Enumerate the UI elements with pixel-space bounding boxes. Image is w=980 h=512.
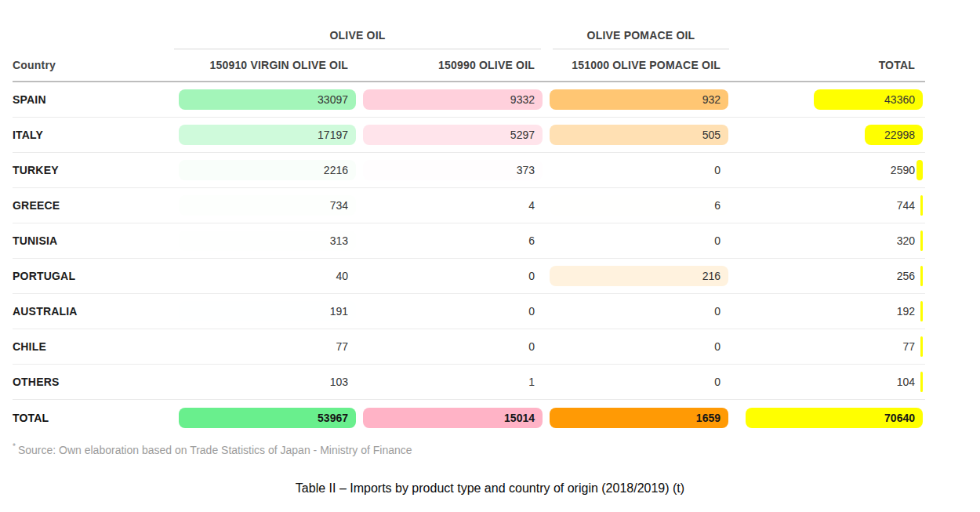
value-virgin: 103 [330, 376, 348, 388]
value-pomace: 6 [714, 199, 720, 212]
value-olive-oil: 6 [528, 234, 535, 247]
value-cell-pomace: 505 [545, 118, 731, 152]
value-total: 320 [897, 234, 915, 247]
data-bar-virgin [179, 336, 356, 357]
source-note-asterisk: * [13, 442, 16, 451]
table-row: SPAIN 33097 9332 932 43360 [13, 82, 925, 118]
value-cell-olive-oil: 15014 [358, 400, 545, 435]
value-total: 104 [897, 376, 915, 388]
data-bar-olive-oil [363, 301, 543, 321]
data-bar-virgin [179, 266, 356, 286]
value-total: 70640 [884, 412, 915, 424]
value-olive-oil: 0 [528, 340, 535, 353]
value-cell-virgin: 77 [174, 329, 358, 364]
value-total: 256 [897, 270, 915, 282]
value-pomace: 1659 [696, 412, 720, 424]
value-total: 2590 [891, 164, 915, 176]
data-bar-olive-oil [363, 160, 543, 180]
table-row: CHILE 77 0 0 77 [13, 329, 925, 365]
value-virgin: 33097 [318, 93, 348, 106]
value-total: 192 [897, 305, 915, 318]
data-bar-total [920, 266, 923, 286]
data-bar-pomace [550, 336, 728, 357]
data-bar-olive-oil [363, 372, 543, 392]
value-cell-pomace: 932 [545, 82, 731, 117]
table-row: GREECE 734 4 6 744 [13, 188, 925, 223]
value-cell-total: 2590 [731, 153, 925, 187]
value-cell-pomace: 0 [545, 365, 731, 399]
column-header-olive-oil: 150990 OLIVE OIL [358, 59, 545, 71]
data-bar-total [920, 231, 923, 251]
country-cell: TURKEY [13, 153, 174, 187]
value-virgin: 40 [336, 270, 348, 282]
value-olive-oil: 373 [517, 164, 535, 176]
value-olive-oil: 15014 [504, 412, 535, 424]
value-cell-pomace: 0 [545, 223, 731, 258]
column-header-total: TOTAL [731, 59, 925, 71]
data-bar-total [916, 160, 923, 180]
data-bar-total [920, 195, 923, 216]
data-bar-pomace [550, 372, 728, 392]
group-header-olive-pomace-oil: OLIVE POMACE OIL [553, 29, 729, 49]
table-row: PORTUGAL 40 0 216 256 [13, 259, 925, 294]
value-total: 22998 [884, 129, 915, 141]
value-pomace: 0 [714, 164, 720, 176]
country-cell: OTHERS [13, 365, 174, 399]
table-row: ITALY 17197 5297 505 22998 [13, 118, 925, 153]
value-pomace: 0 [714, 376, 720, 388]
country-cell: SPAIN [13, 82, 174, 117]
value-virgin: 313 [330, 234, 348, 247]
value-olive-oil: 9332 [510, 93, 535, 106]
table-row: TURKEY 2216 373 0 2590 [13, 153, 925, 188]
value-cell-virgin: 313 [174, 223, 358, 258]
value-olive-oil: 5297 [510, 129, 535, 141]
data-bar-total [920, 301, 923, 321]
value-olive-oil: 0 [528, 270, 535, 282]
source-note-text: Source: Own elaboration based on Trade S… [18, 444, 412, 456]
value-cell-virgin: 53967 [174, 400, 358, 435]
data-bar-total [920, 336, 923, 357]
value-cell-olive-oil: 0 [358, 259, 545, 293]
value-olive-oil: 0 [528, 305, 535, 318]
source-note: *Source: Own elaboration based on Trade … [13, 442, 980, 456]
country-cell: CHILE [13, 329, 174, 364]
value-cell-pomace: 6 [545, 188, 731, 223]
value-cell-virgin: 2216 [174, 153, 358, 187]
table-body: SPAIN 33097 9332 932 43360 ITALY 17197 5… [13, 82, 925, 435]
value-virgin: 53967 [318, 412, 348, 424]
column-header-virgin-olive-oil: 150910 VIRGIN OLIVE OIL [174, 59, 358, 71]
value-total: 744 [897, 199, 915, 212]
value-cell-total: 256 [731, 259, 925, 293]
value-pomace: 0 [714, 234, 720, 247]
data-bar-total [920, 372, 923, 392]
country-cell: PORTUGAL [13, 259, 174, 293]
value-cell-virgin: 40 [174, 259, 358, 293]
value-cell-virgin: 17197 [174, 118, 358, 152]
value-cell-total: 70640 [731, 400, 925, 435]
table-total-row: TOTAL 53967 15014 1659 70640 [13, 400, 925, 435]
group-header-row: OLIVE OIL OLIVE POMACE OIL [13, 24, 925, 49]
value-cell-olive-oil: 0 [358, 294, 545, 329]
value-cell-olive-oil: 373 [358, 153, 545, 187]
value-cell-total: 320 [731, 223, 925, 258]
value-cell-total: 43360 [731, 82, 925, 117]
value-cell-pomace: 0 [545, 294, 731, 329]
value-cell-olive-oil: 6 [358, 223, 545, 258]
country-cell: GREECE [13, 188, 174, 223]
value-virgin: 734 [330, 199, 348, 212]
value-pomace: 216 [702, 270, 720, 282]
data-bar-pomace [550, 301, 728, 321]
value-cell-virgin: 191 [174, 294, 358, 329]
data-bar-olive-oil [363, 336, 543, 357]
value-pomace: 0 [714, 305, 720, 318]
data-bar-pomace [550, 160, 728, 180]
imports-table-figure: OLIVE OIL OLIVE POMACE OIL Country 15091… [0, 0, 980, 512]
country-cell: ITALY [13, 118, 174, 152]
data-bar-pomace [550, 231, 728, 251]
data-bar-olive-oil [363, 231, 543, 251]
value-pomace: 932 [702, 93, 720, 106]
value-cell-total: 22998 [731, 118, 925, 152]
table-row: OTHERS 103 1 0 104 [13, 365, 925, 400]
table-row: AUSTRALIA 191 0 0 192 [13, 294, 925, 329]
column-header-row: Country 150910 VIRGIN OLIVE OIL 150990 O… [13, 49, 925, 82]
